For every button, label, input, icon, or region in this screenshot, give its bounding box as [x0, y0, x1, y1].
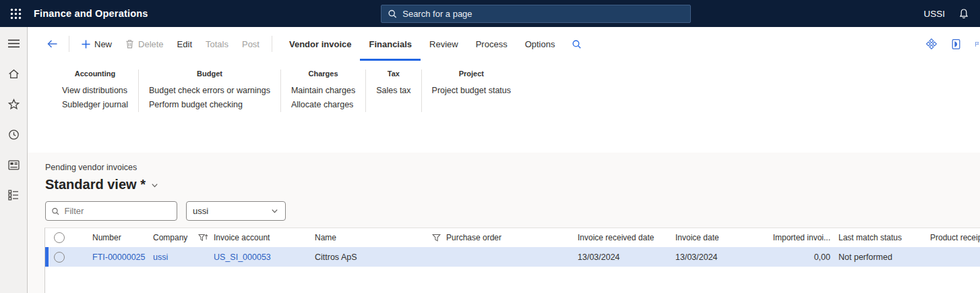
back-button[interactable] [41, 27, 63, 61]
budget-check-errors-button[interactable]: Budget check errors or warnings [149, 84, 270, 98]
column-header-invoice-received-date[interactable]: Invoice received date [578, 233, 675, 242]
allocate-charges-button[interactable]: Allocate charges [291, 98, 355, 112]
ribbon-group-charges: Charges Maintain charges Allocate charge… [281, 70, 366, 112]
column-header-product-receipt[interactable]: Product receipt [930, 233, 980, 242]
ribbon-group-budget: Budget Budget check errors or warnings P… [139, 70, 281, 112]
sales-tax-button[interactable]: Sales tax [376, 84, 410, 98]
sidebar-item-favorites[interactable] [4, 96, 23, 112]
toolbar-divider [272, 36, 272, 52]
top-navigation-bar: Finance and Operations USSI [0, 0, 980, 27]
partial-toolbar-icon[interactable] [975, 38, 980, 50]
cell-number[interactable]: FTI-00000025 [92, 252, 153, 262]
table-row[interactable]: FTI-00000025 ussi US_SI_000053 Cittros A… [45, 247, 980, 267]
subledger-journal-button[interactable]: Subledger journal [62, 98, 128, 112]
group-title: Budget [149, 70, 270, 78]
user-company-id[interactable]: USSI [923, 9, 945, 19]
notifications-bell-icon[interactable] [958, 8, 969, 20]
perform-budget-checking-button[interactable]: Perform budget checking [149, 98, 270, 112]
ribbon-group-accounting: Accounting View distributions Subledger … [52, 70, 139, 112]
tab-financials[interactable]: Financials [360, 27, 421, 61]
delete-button[interactable]: Delete [119, 27, 171, 61]
nav-menu-toggle[interactable] [4, 35, 23, 51]
office-app-button[interactable] [950, 38, 962, 50]
ribbon-group-project: Project Project budget status [422, 70, 521, 112]
column-header-imported-invoice[interactable]: Imported invoi... [756, 233, 830, 242]
cell-name: Cittros ApS [315, 252, 446, 262]
action-pane: New Delete Edit Totals Post Vendor invoi… [28, 27, 980, 153]
chevron-down-icon [270, 207, 279, 215]
totals-button[interactable]: Totals [199, 27, 235, 61]
trash-icon [125, 39, 134, 49]
cell-company[interactable]: ussi [153, 252, 214, 262]
find-action-button[interactable] [563, 27, 590, 61]
sidebar-item-workspaces[interactable] [4, 157, 23, 173]
grid-filter-box[interactable] [45, 201, 177, 221]
tab-options[interactable]: Options [516, 27, 564, 61]
column-header-number[interactable]: Number [92, 233, 153, 242]
power-apps-button[interactable] [925, 38, 938, 50]
row-select-checkbox[interactable] [54, 252, 65, 263]
maintain-charges-button[interactable]: Maintain charges [291, 84, 355, 98]
column-header-invoice-account[interactable]: Invoice account [214, 233, 315, 242]
grid-header-row: Number Company Invoice account Name [45, 228, 980, 247]
search-icon [51, 207, 59, 216]
toolbar-divider [69, 36, 69, 52]
column-header-invoice-date[interactable]: Invoice date [675, 233, 756, 242]
company-filter-select[interactable]: ussi [186, 201, 286, 221]
tab-review[interactable]: Review [421, 27, 467, 61]
left-navigation-rail [0, 27, 28, 293]
cell-invoice-account[interactable]: US_SI_000053 [214, 252, 315, 262]
app-launcher-waffle-icon[interactable] [0, 0, 31, 27]
cell-imported-invoice-amount: 0,00 [756, 252, 830, 262]
workspaces-icon [8, 160, 20, 170]
page-search-box[interactable] [381, 5, 691, 23]
filter-input[interactable] [64, 206, 171, 216]
select-all-checkbox[interactable] [54, 232, 65, 243]
home-icon [8, 68, 20, 80]
sidebar-item-modules[interactable] [4, 187, 23, 203]
group-title: Project [432, 70, 511, 78]
edit-button[interactable]: Edit [171, 27, 199, 61]
tab-process[interactable]: Process [467, 27, 516, 61]
column-header-company[interactable]: Company [153, 233, 214, 242]
view-distributions-button[interactable]: View distributions [62, 84, 128, 98]
column-header-last-match-status[interactable]: Last match status [838, 233, 930, 242]
page-caption: Pending vendor invoices [45, 163, 980, 172]
company-filter-value: ussi [193, 206, 208, 216]
search-icon [572, 39, 582, 49]
group-title: Accounting [62, 70, 128, 78]
action-pane-tabs: Vendor invoice Financials Review Process… [280, 27, 563, 61]
sidebar-item-recent[interactable] [4, 126, 23, 142]
clock-icon [8, 129, 20, 140]
cell-invoice-date: 13/03/2024 [675, 252, 756, 262]
sidebar-item-home[interactable] [4, 65, 23, 82]
column-header-purchase-order[interactable]: Purchase order [446, 233, 578, 242]
filter-funnel-icon [432, 234, 441, 242]
office-app-icon [950, 38, 962, 50]
app-title: Finance and Operations [34, 8, 148, 19]
group-title: Tax [376, 70, 410, 78]
waffle-icon [10, 8, 22, 20]
plus-icon [82, 40, 90, 49]
view-title: Standard view * [45, 177, 146, 192]
pending-vendor-invoices-grid: Number Company Invoice account Name [44, 228, 980, 293]
cell-invoice-received-date: 13/03/2024 [578, 252, 675, 262]
new-button[interactable]: New [75, 27, 119, 61]
diamond-grid-icon [925, 38, 938, 50]
cell-last-match-status: Not performed [838, 252, 930, 262]
view-selector-chevron[interactable] [150, 180, 159, 192]
star-icon [8, 99, 20, 110]
post-button[interactable]: Post [235, 27, 266, 61]
ribbon-group-tax: Tax Sales tax [366, 70, 421, 112]
back-arrow-icon [47, 38, 58, 49]
tab-vendor-invoice[interactable]: Vendor invoice [280, 27, 360, 61]
search-icon [388, 9, 397, 19]
column-header-name[interactable]: Name [315, 233, 446, 242]
page-search-input[interactable] [402, 9, 684, 19]
financials-ribbon: Accounting View distributions Subledger … [28, 70, 980, 112]
filter-sort-icon [198, 234, 208, 242]
clipped-edge-icon [975, 38, 980, 50]
project-budget-status-button[interactable]: Project budget status [432, 84, 511, 98]
group-title: Charges [291, 70, 355, 78]
hamburger-icon [8, 39, 20, 48]
